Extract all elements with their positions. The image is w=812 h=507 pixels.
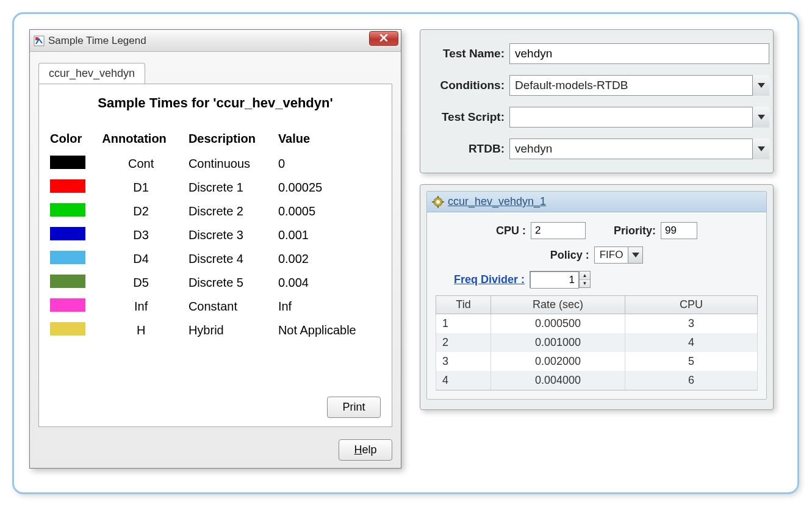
legend-value: 0.0005 bbox=[278, 200, 381, 223]
legend-description: Continuous bbox=[189, 152, 278, 176]
label-priority: Priority: bbox=[614, 225, 656, 237]
color-swatch bbox=[50, 298, 85, 312]
legend-row: D5Discrete 50.004 bbox=[50, 271, 381, 295]
legend-annotation: D4 bbox=[102, 247, 189, 271]
spinner-up-icon[interactable]: ▲ bbox=[580, 271, 590, 280]
rtdb-value: vehdyn bbox=[515, 142, 764, 156]
print-button[interactable]: Print bbox=[327, 397, 381, 418]
legend-description: Discrete 4 bbox=[189, 247, 278, 271]
freq-divider-spinner[interactable]: ▲ ▼ bbox=[530, 271, 591, 288]
priority-input[interactable] bbox=[661, 222, 697, 239]
legend-annotation: D5 bbox=[102, 271, 189, 295]
close-button[interactable] bbox=[369, 31, 398, 46]
legend-description: Hybrid bbox=[189, 318, 278, 342]
spinner-down-icon[interactable]: ▼ bbox=[580, 280, 590, 288]
cpu-input[interactable] bbox=[531, 222, 586, 239]
cell-cpu: 4 bbox=[625, 333, 758, 352]
legend-value: 0 bbox=[278, 152, 381, 176]
cell-tid: 4 bbox=[436, 371, 491, 390]
composite-frame: Sample Time Legend ccur_hev_vehdyn Sampl… bbox=[12, 12, 799, 494]
color-swatch bbox=[50, 203, 85, 217]
task-header: ccur_hev_vehdyn_1 bbox=[427, 192, 766, 212]
legend-annotation: D1 bbox=[102, 176, 189, 200]
policy-combo[interactable]: FIFO bbox=[594, 246, 644, 264]
test-script-combo[interactable] bbox=[509, 107, 769, 128]
legend-annotation: D3 bbox=[102, 223, 189, 247]
legend-row: D4Discrete 40.002 bbox=[50, 247, 381, 271]
legend-value: Not Applicable bbox=[278, 318, 381, 342]
label-rtdb: RTDB: bbox=[424, 142, 509, 156]
help-label: Help bbox=[354, 444, 376, 456]
rate-row[interactable]: 10.0005003 bbox=[436, 314, 758, 334]
tab-strip: ccur_hev_vehdyn bbox=[38, 63, 392, 84]
cell-cpu: 6 bbox=[625, 371, 758, 390]
label-test-script: Test Script: bbox=[424, 110, 509, 124]
legend-description: Discrete 2 bbox=[189, 200, 278, 223]
legend-annotation: H bbox=[102, 318, 189, 342]
rate-row[interactable]: 30.0020005 bbox=[436, 352, 758, 371]
window-title: Sample Time Legend bbox=[48, 35, 146, 47]
task-name-link[interactable]: ccur_hev_vehdyn_1 bbox=[448, 195, 546, 208]
legend-description: Constant bbox=[189, 295, 278, 318]
right-column: Test Name: Conditions: Default-models-RT… bbox=[420, 29, 774, 477]
rate-row[interactable]: 20.0010004 bbox=[436, 333, 758, 352]
freq-divider-input[interactable] bbox=[530, 271, 579, 289]
legend-row: D2Discrete 20.0005 bbox=[50, 200, 381, 223]
label-cpu: CPU : bbox=[496, 225, 526, 237]
col-color: Color bbox=[50, 129, 102, 152]
legend-value: Inf bbox=[278, 295, 381, 318]
cell-tid: 3 bbox=[436, 352, 491, 371]
legend-value: 0.00025 bbox=[278, 176, 381, 200]
color-swatch bbox=[50, 251, 85, 264]
legend-row: D3Discrete 30.001 bbox=[50, 223, 381, 247]
cell-rate: 0.002000 bbox=[491, 352, 625, 371]
cell-cpu: 3 bbox=[625, 314, 758, 334]
rate-table: Tid Rate (sec) CPU 10.000500320.00100043… bbox=[436, 295, 758, 390]
policy-value: FIFO bbox=[595, 249, 628, 261]
cell-rate: 0.000500 bbox=[491, 314, 625, 334]
tab-model[interactable]: ccur_hev_vehdyn bbox=[38, 63, 145, 84]
legend-annotation: Inf bbox=[102, 295, 189, 318]
legend-annotation: D2 bbox=[102, 200, 189, 223]
legend-row: HHybridNot Applicable bbox=[50, 318, 381, 342]
gear-icon bbox=[432, 196, 444, 208]
col-annotation: Annotation bbox=[102, 129, 189, 152]
close-icon bbox=[379, 33, 388, 44]
titlebar[interactable]: Sample Time Legend bbox=[30, 30, 401, 52]
svg-point-3 bbox=[436, 200, 440, 204]
col-value: Value bbox=[278, 129, 381, 152]
col-tid: Tid bbox=[436, 296, 491, 314]
legend-row: InfConstantInf bbox=[50, 295, 381, 318]
chevron-down-icon bbox=[752, 138, 769, 159]
color-swatch bbox=[50, 275, 85, 288]
cell-rate: 0.001000 bbox=[491, 333, 625, 352]
app-icon bbox=[34, 35, 45, 46]
col-description: Description bbox=[189, 129, 278, 152]
window-body: ccur_hev_vehdyn Sample Times for 'ccur_h… bbox=[30, 52, 401, 433]
rate-row[interactable]: 40.0040006 bbox=[436, 371, 758, 390]
color-swatch bbox=[50, 179, 85, 193]
test-form: Test Name: Conditions: Default-models-RT… bbox=[420, 29, 774, 173]
chevron-down-icon bbox=[752, 107, 769, 128]
tab-panel: Sample Times for 'ccur_hev_vehdyn' Color… bbox=[38, 84, 392, 427]
legend-value: 0.004 bbox=[278, 271, 381, 295]
chevron-down-icon bbox=[752, 75, 769, 96]
legend-annotation: Cont bbox=[102, 152, 189, 176]
label-freq-divider[interactable]: Freq Divider : bbox=[454, 273, 525, 286]
rtdb-combo[interactable]: vehdyn bbox=[509, 138, 769, 159]
legend-value: 0.002 bbox=[278, 247, 381, 271]
panel-heading: Sample Times for 'ccur_hev_vehdyn' bbox=[50, 95, 381, 111]
legend-row: D1Discrete 10.00025 bbox=[50, 176, 381, 200]
test-name-input[interactable] bbox=[509, 43, 769, 64]
legend-description: Discrete 1 bbox=[189, 176, 278, 200]
cell-tid: 2 bbox=[436, 333, 491, 352]
cell-cpu: 5 bbox=[625, 352, 758, 371]
col-rate: Rate (sec) bbox=[491, 296, 625, 314]
help-button[interactable]: Help bbox=[339, 439, 392, 461]
legend-window: Sample Time Legend ccur_hev_vehdyn Sampl… bbox=[29, 29, 401, 469]
cell-tid: 1 bbox=[436, 314, 491, 334]
conditions-combo[interactable]: Default-models-RTDB bbox=[509, 75, 769, 96]
legend-row: ContContinuous0 bbox=[50, 152, 381, 176]
color-swatch bbox=[50, 322, 85, 336]
label-test-name: Test Name: bbox=[424, 47, 509, 60]
